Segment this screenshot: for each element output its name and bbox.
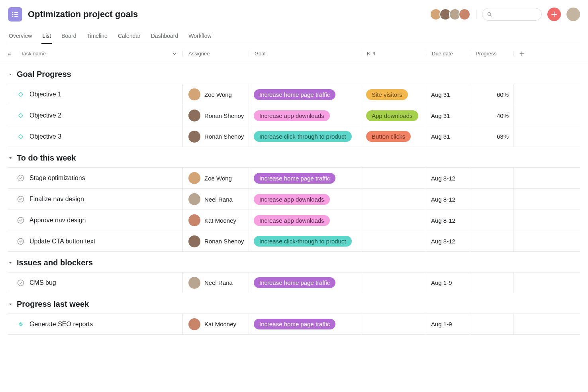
assignee-cell[interactable]: Neel Rana [182, 189, 249, 210]
column-progress[interactable]: Progress [470, 51, 514, 57]
kpi-cell[interactable] [361, 314, 426, 334]
kpi-cell[interactable]: Site visitors [361, 84, 426, 105]
search-box[interactable] [482, 8, 542, 21]
section-title: To do this week [17, 153, 76, 163]
tab-workflow[interactable]: Workflow [188, 29, 212, 44]
due-date-cell[interactable]: Aug 1-9 [426, 272, 470, 293]
tab-list[interactable]: List [41, 29, 52, 44]
section-header[interactable]: Progress last week [8, 293, 580, 314]
task-row[interactable]: Finalize nav designNeel RanaIncrease app… [8, 188, 580, 210]
member-avatar[interactable] [459, 8, 470, 20]
assignee-cell[interactable]: Kat Mooney [182, 314, 249, 334]
column-kpi[interactable]: KPI [361, 51, 426, 57]
progress-cell[interactable] [470, 231, 514, 251]
check-circle-icon[interactable] [17, 279, 25, 287]
completed-icon[interactable] [17, 320, 25, 328]
assignee-cell[interactable]: Ronan Shenoy [182, 105, 249, 126]
progress-cell[interactable]: 60% [470, 84, 514, 105]
add-column-button[interactable] [514, 51, 580, 56]
column-due[interactable]: Due date [426, 51, 470, 57]
task-row[interactable]: Objective 2Ronan ShenoyIncrease app down… [8, 105, 580, 126]
check-circle-icon[interactable] [17, 237, 25, 245]
search-input[interactable] [495, 12, 537, 18]
tab-calendar[interactable]: Calendar [117, 29, 141, 44]
goal-cell[interactable]: Increase click-through to product [249, 231, 361, 251]
section-title: Progress last week [17, 300, 89, 309]
task-row[interactable]: Generate SEO reportsKat MooneyIncrease h… [8, 314, 580, 335]
progress-cell[interactable]: 63% [470, 126, 514, 147]
tab-board[interactable]: Board [61, 29, 77, 44]
due-date-cell[interactable]: Aug 8-12 [426, 231, 470, 251]
due-date-cell[interactable]: Aug 31 [426, 126, 470, 147]
column-assignee[interactable]: Assignee [182, 51, 249, 57]
goal-cell[interactable]: Increase app downloads [249, 105, 361, 126]
kpi-cell[interactable] [361, 168, 426, 188]
kpi-cell[interactable] [361, 210, 426, 231]
milestone-icon[interactable] [17, 112, 25, 120]
due-date-cell[interactable]: Aug 8-12 [426, 189, 470, 210]
section-title: Goal Progress [17, 70, 71, 79]
milestone-icon[interactable] [17, 133, 25, 141]
divider [476, 10, 476, 19]
kpi-cell[interactable]: App downloads [361, 105, 426, 126]
tab-dashboard[interactable]: Dashboard [150, 29, 179, 44]
goal-cell[interactable]: Increase app downloads [249, 210, 361, 231]
progress-cell[interactable] [470, 168, 514, 188]
task-row[interactable]: Objective 1Zoe WongIncrease home page tr… [8, 84, 580, 105]
goal-cell[interactable]: Increase home page traffic [249, 272, 361, 293]
due-date-cell[interactable]: Aug 31 [426, 105, 470, 126]
caret-down-icon[interactable] [8, 72, 13, 77]
milestone-icon[interactable] [17, 90, 25, 98]
task-row[interactable]: Stage optimizationsZoe WongIncrease home… [8, 167, 580, 188]
assignee-cell[interactable]: Neel Rana [182, 272, 249, 293]
member-avatars[interactable] [430, 8, 470, 20]
check-circle-icon[interactable] [17, 174, 25, 182]
kpi-cell[interactable] [361, 272, 426, 293]
goal-cell[interactable]: Increase app downloads [249, 189, 361, 210]
progress-cell[interactable] [470, 314, 514, 334]
kpi-cell[interactable] [361, 189, 426, 210]
add-button[interactable] [547, 8, 561, 21]
task-row[interactable]: Objective 3Ronan ShenoyIncrease click-th… [8, 126, 580, 147]
goal-pill: Increase home page traffic [254, 173, 335, 184]
due-date-cell[interactable]: Aug 1-9 [426, 314, 470, 334]
check-circle-icon[interactable] [17, 216, 25, 224]
due-date-cell[interactable]: Aug 8-12 [426, 210, 470, 231]
goal-cell[interactable]: Increase click-through to product [249, 126, 361, 147]
caret-down-icon[interactable] [8, 302, 13, 307]
section-header[interactable]: Issues and blockers [8, 252, 580, 272]
goal-cell[interactable]: Increase home page traffic [249, 314, 361, 334]
goal-cell[interactable]: Increase home page traffic [249, 168, 361, 188]
assignee-cell[interactable]: Ronan Shenoy [182, 231, 249, 251]
assignee-cell[interactable]: Kat Mooney [182, 210, 249, 231]
section-header[interactable]: Goal Progress [8, 63, 580, 84]
assignee-cell[interactable]: Ronan Shenoy [182, 126, 249, 147]
due-date-cell[interactable]: Aug 8-12 [426, 168, 470, 188]
tab-overview[interactable]: Overview [8, 29, 33, 44]
project-title[interactable]: Optimization project goals [28, 9, 138, 20]
kpi-cell[interactable] [361, 231, 426, 251]
progress-cell[interactable] [470, 272, 514, 293]
caret-down-icon[interactable] [8, 261, 13, 265]
task-row[interactable]: Update CTA button textRonan ShenoyIncrea… [8, 231, 580, 252]
column-goal[interactable]: Goal [249, 51, 361, 57]
caret-down-icon[interactable] [8, 156, 13, 161]
column-task[interactable]: Task name [16, 51, 182, 57]
profile-avatar[interactable] [566, 8, 580, 21]
section-header[interactable]: To do this week [8, 147, 580, 167]
progress-cell[interactable] [470, 189, 514, 210]
progress-cell[interactable]: 40% [470, 105, 514, 126]
assignee-avatar [188, 235, 200, 247]
kpi-cell[interactable]: Button clicks [361, 126, 426, 147]
goal-cell[interactable]: Increase home page traffic [249, 84, 361, 105]
chevron-down-icon[interactable] [172, 51, 177, 56]
project-icon[interactable] [8, 7, 22, 22]
tab-timeline[interactable]: Timeline [86, 29, 108, 44]
assignee-cell[interactable]: Zoe Wong [182, 168, 249, 188]
assignee-cell[interactable]: Zoe Wong [182, 84, 249, 105]
task-row[interactable]: CMS bugNeel RanaIncrease home page traff… [8, 272, 580, 293]
check-circle-icon[interactable] [17, 195, 25, 203]
task-row[interactable]: Approve nav designKat MooneyIncrease app… [8, 210, 580, 231]
progress-cell[interactable] [470, 210, 514, 231]
due-date-cell[interactable]: Aug 31 [426, 84, 470, 105]
